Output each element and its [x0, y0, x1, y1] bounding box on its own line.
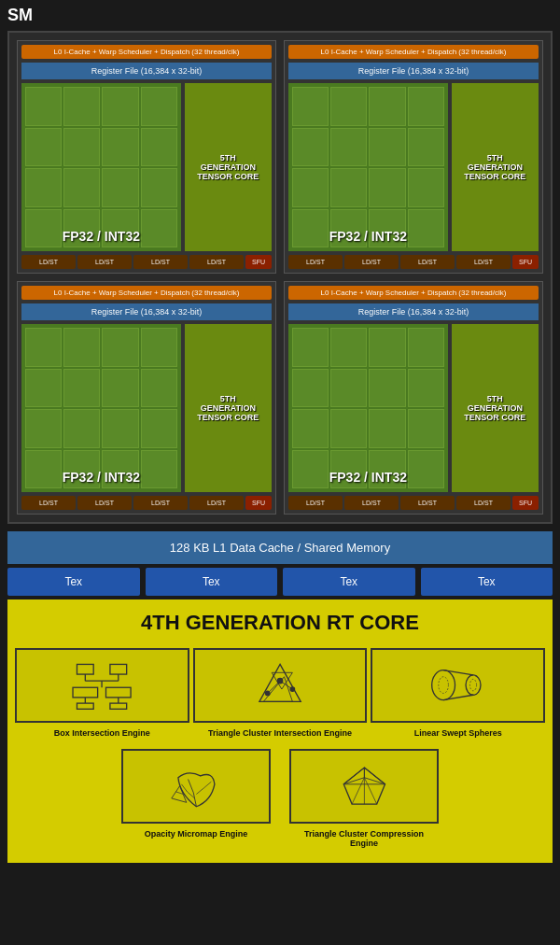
- ldst-2-1: LD/ST: [288, 255, 343, 269]
- fp32-block-1: FP32 / INT32: [21, 83, 181, 251]
- fp32-cell: [330, 87, 367, 126]
- fp32-cell: [369, 168, 405, 207]
- l0-cache-bar-2: L0 I-Cache + Warp Scheduler + Dispatch (…: [288, 45, 539, 59]
- fp32-cell: [292, 369, 329, 408]
- fp32-cell: [141, 87, 177, 126]
- svg-line-23: [443, 696, 473, 700]
- sfu-4: SFU: [512, 496, 539, 510]
- fp32-cell: [63, 87, 100, 126]
- register-file-bar-2: Register File (16,384 x 32-bit): [288, 63, 539, 79]
- quadrant-grid: L0 I-Cache + Warp Scheduler + Dispatch (…: [17, 40, 543, 515]
- fp32-cell: [141, 369, 177, 408]
- rt-icon-opacity-micromap: Opacity Micromap Engine: [121, 749, 271, 839]
- fp32-cell: [102, 168, 138, 207]
- rt-core-section: 4TH GENERATION RT CORE: [7, 599, 553, 863]
- quadrant-3: L0 I-Cache + Warp Scheduler + Dispatch (…: [17, 281, 276, 515]
- rt-icon-linear-spheres: Linear Swept Spheres: [371, 648, 545, 738]
- svg-rect-1: [110, 665, 127, 675]
- register-file-bar-3: Register File (16,384 x 32-bit): [21, 303, 272, 320]
- rt-icon-triangle-compression: Triangle Cluster Compression Engine: [289, 749, 439, 848]
- rt-icon-box-intersection: Box Intersection Engine: [15, 648, 189, 738]
- compute-area-4: FP32 / INT32 5THGENERATIONTENSOR CORE: [288, 324, 539, 492]
- fp32-label-4: FP32 / INT32: [288, 470, 448, 485]
- ldst-4-4: LD/ST: [456, 496, 511, 510]
- svg-line-33: [364, 778, 376, 804]
- ldst-1-1: LD/ST: [21, 255, 76, 269]
- rt-core-title: 4TH GENERATION RT CORE: [15, 611, 545, 635]
- fp32-cell: [369, 369, 405, 408]
- ldst-2-3: LD/ST: [400, 255, 455, 269]
- register-file-bar-1: Register File (16,384 x 32-bit): [21, 63, 272, 79]
- fp32-cell: [369, 328, 405, 367]
- fp32-cell: [63, 128, 100, 167]
- bottom-units-3: LD/ST LD/ST LD/ST LD/ST SFU: [21, 496, 272, 510]
- tex-unit-4: Tex: [421, 568, 553, 596]
- fp32-cell: [408, 168, 444, 207]
- fp32-label-2: FP32 / INT32: [288, 229, 448, 244]
- ldst-4-1: LD/ST: [288, 496, 343, 510]
- quadrant-4: L0 I-Cache + Warp Scheduler + Dispatch (…: [284, 281, 543, 515]
- rt-icon-triangle-cluster: Triangle Cluster Intersection Engine: [193, 648, 368, 738]
- svg-rect-11: [110, 704, 127, 710]
- fp32-cell: [25, 168, 62, 207]
- svg-line-22: [443, 670, 473, 675]
- fp32-cell: [141, 328, 177, 367]
- sfu-1: SFU: [245, 255, 272, 269]
- fp32-cell: [102, 87, 138, 126]
- bottom-units-1: LD/ST LD/ST LD/ST LD/ST SFU: [21, 255, 272, 269]
- fp32-cell: [25, 369, 62, 408]
- svg-point-25: [469, 680, 476, 691]
- fp32-cell: [408, 409, 444, 448]
- tensor-block-3: 5THGENERATIONTENSOR CORE: [185, 324, 272, 492]
- compute-area-2: FP32 / INT32 5THGENERATIONTENSOR CORE: [288, 83, 539, 251]
- rt-icon-linear-spheres-image: [371, 648, 545, 723]
- rt-icon-triangle-cluster-label: Triangle Cluster Intersection Engine: [208, 728, 352, 738]
- quadrant-1: L0 I-Cache + Warp Scheduler + Dispatch (…: [17, 40, 276, 274]
- quadrant-2: L0 I-Cache + Warp Scheduler + Dispatch (…: [284, 40, 543, 274]
- ldst-3-4: LD/ST: [189, 496, 244, 510]
- sm-label: SM: [0, 0, 560, 31]
- l0-cache-bar-4: L0 I-Cache + Warp Scheduler + Dispatch (…: [288, 286, 539, 300]
- tex-unit-3: Tex: [283, 568, 415, 596]
- fp32-cell: [330, 128, 367, 167]
- rt-icon-opacity-micromap-image: [121, 749, 271, 824]
- tensor-block-4: 5THGENERATIONTENSOR CORE: [452, 324, 539, 492]
- fp32-cell: [102, 328, 138, 367]
- fp32-cell: [408, 328, 444, 367]
- rt-icon-box-intersection-image: [15, 648, 189, 723]
- fp32-cell: [63, 409, 100, 448]
- tensor-block-2: 5THGENERATIONTENSOR CORE: [452, 83, 539, 251]
- fp32-cell: [25, 87, 62, 126]
- tex-unit-2: Tex: [146, 568, 278, 596]
- fp32-cell: [330, 409, 367, 448]
- svg-marker-29: [364, 768, 385, 784]
- ldst-1-2: LD/ST: [77, 255, 132, 269]
- fp32-cell: [63, 369, 100, 408]
- ldst-4-2: LD/ST: [344, 496, 399, 510]
- fp32-cell: [292, 409, 329, 448]
- rt-icons-row2: Opacity Micromap Engine Triangle Cluster…: [15, 749, 545, 848]
- rt-icon-triangle-compression-image: [289, 749, 439, 824]
- fp32-cell: [63, 168, 100, 207]
- register-file-bar-4: Register File (16,384 x 32-bit): [288, 303, 539, 320]
- fp32-cell: [141, 128, 177, 167]
- fp32-cell: [102, 128, 138, 167]
- ldst-2-2: LD/ST: [344, 255, 399, 269]
- bottom-units-2: LD/ST LD/ST LD/ST LD/ST SFU: [288, 255, 539, 269]
- compute-area-1: FP32 / INT32 5THGENERATIONTENSOR CORE: [21, 83, 272, 251]
- fp32-cell: [141, 409, 177, 448]
- ldst-1-4: LD/ST: [189, 255, 244, 269]
- sfu-3: SFU: [245, 496, 272, 510]
- bottom-units-4: LD/ST LD/ST LD/ST LD/ST SFU: [288, 496, 539, 510]
- svg-point-21: [466, 675, 481, 695]
- fp32-cell: [330, 328, 367, 367]
- fp32-cell: [369, 409, 405, 448]
- svg-rect-7: [106, 688, 132, 698]
- fp32-cell: [330, 369, 367, 408]
- svg-point-24: [438, 677, 448, 694]
- l0-cache-bar-3: L0 I-Cache + Warp Scheduler + Dispatch (…: [21, 286, 272, 300]
- ldst-4-3: LD/ST: [400, 496, 455, 510]
- fp32-cell: [292, 128, 329, 167]
- fp32-block-3: FP32 / INT32: [21, 324, 181, 492]
- ldst-3-3: LD/ST: [133, 496, 188, 510]
